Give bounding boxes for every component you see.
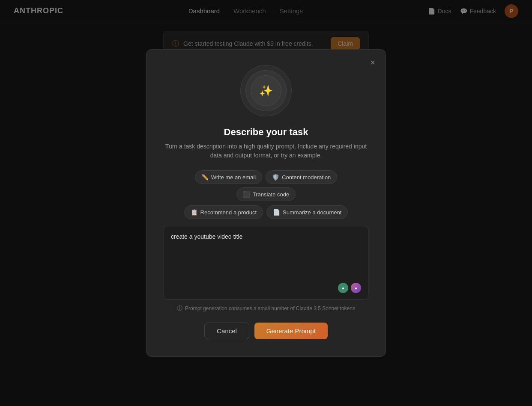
info-text: Prompt generation consumes a small numbe… [185,305,355,311]
example-chips-row1: ✏️ Write me an email 🛡️ Content moderati… [164,170,368,201]
magic-wand-icon: ✨ [259,84,273,98]
chip-translate-code[interactable]: ⬛ Translate code [236,187,296,201]
chip-summarize-doc[interactable]: 📄 Summarize a document [266,205,348,219]
icon-outer-ring: ✨ [240,65,292,116]
textarea-bottom: ● ● [171,283,361,293]
moderation-chip-icon: 🛡️ [272,174,279,181]
modal-footer: Cancel Generate Prompt [164,323,368,339]
modal-overlay: × ✨ Describe your task Turn a task descr… [0,0,532,406]
task-textarea[interactable] [171,232,361,279]
info-icon: ⓘ [177,305,182,312]
example-chips-row2: 📋 Recommend a product 📄 Summarize a docu… [164,205,368,219]
icon-inner-circle: ✨ [251,75,281,106]
info-row: ⓘ Prompt generation consumes a small num… [164,305,368,312]
summarize-chip-icon: 📄 [273,209,280,216]
chip-recommend-product[interactable]: 📋 Recommend a product [184,205,263,219]
task-modal: × ✨ Describe your task Turn a task descr… [146,49,386,357]
cancel-button[interactable]: Cancel [204,323,249,339]
modal-close-button[interactable]: × [367,56,379,68]
chip-write-email[interactable]: ✏️ Write me an email [195,170,263,184]
modal-description: Turn a task description into a high qual… [164,142,368,160]
model-badge-2: ● [351,283,361,293]
translate-chip-icon: ⬛ [243,191,250,198]
chip-content-moderation[interactable]: 🛡️ Content moderation [266,170,337,184]
modal-icon-area: ✨ [164,65,368,116]
recommend-chip-icon: 📋 [191,209,198,216]
modal-title: Describe your task [164,127,368,138]
model-badge-1: ● [338,283,348,293]
generate-button[interactable]: Generate Prompt [254,323,328,339]
task-input-area: ● ● [164,226,368,299]
email-chip-icon: ✏️ [201,174,209,181]
